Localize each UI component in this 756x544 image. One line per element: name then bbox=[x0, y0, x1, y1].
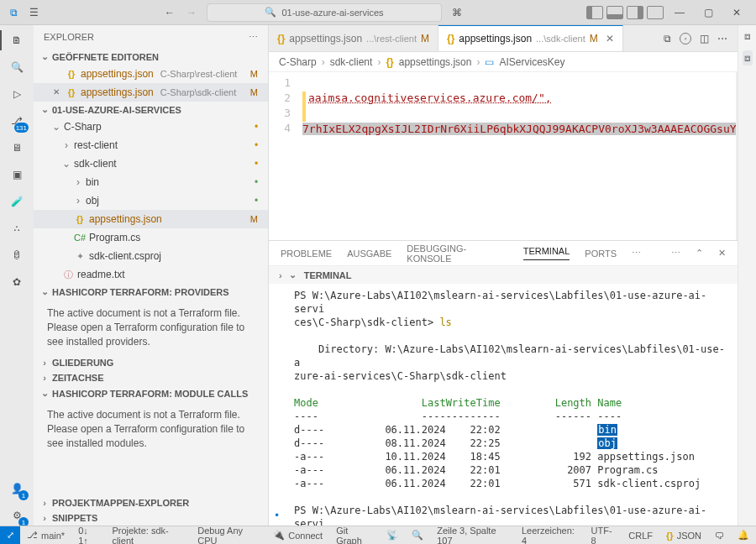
panel-close-icon[interactable]: ✕ bbox=[718, 248, 726, 259]
layout-center-icon[interactable] bbox=[647, 6, 664, 19]
activity-explorer[interactable]: 🗎 bbox=[7, 30, 27, 50]
remote-indicator[interactable]: ⤢ bbox=[0, 526, 20, 545]
status-gitgraph[interactable]: Git Graph bbox=[329, 526, 380, 545]
command-center[interactable]: 🔍 01-use-azure-ai-services bbox=[207, 3, 442, 22]
tree-file[interactable]: ⓘreadme.txt bbox=[34, 265, 268, 284]
tab-close-icon[interactable]: ✕ bbox=[606, 33, 614, 44]
compare-icon[interactable]: ⧉ bbox=[664, 33, 671, 44]
status-bell-icon[interactable]: 🔔 bbox=[731, 530, 756, 541]
activity-azure[interactable]: ✿ bbox=[7, 272, 27, 292]
activity-testing[interactable]: 🧪 bbox=[7, 191, 27, 212]
section-open-editors[interactable]: ⌄GEÖFFNETE EDITOREN bbox=[34, 49, 268, 65]
status-feedback-icon[interactable]: 🗨 bbox=[708, 531, 731, 541]
close-button[interactable]: ✕ bbox=[724, 3, 749, 22]
bottom-panel: PROBLEME AUSGABE DEBUGGING-KONSOLE TERMI… bbox=[269, 240, 738, 526]
maximize-button[interactable]: ▢ bbox=[696, 3, 721, 22]
panel-tab-output[interactable]: AUSGABE bbox=[347, 248, 391, 259]
title-bar: ⧉ ☰ ← → 🔍 01-use-azure-ai-services ⌘ — ▢… bbox=[0, 0, 756, 25]
status-connect[interactable]: 🔌 Connect bbox=[266, 530, 329, 541]
account-badge: 1 bbox=[18, 490, 29, 500]
status-encoding[interactable]: UTF-8 bbox=[585, 526, 622, 545]
panel-maximize-icon[interactable]: ⌃ bbox=[696, 248, 703, 259]
json-icon: {} bbox=[386, 56, 393, 68]
tree-folder[interactable]: ⌄C-Sharp bbox=[34, 118, 268, 136]
status-live[interactable]: 📡 bbox=[380, 530, 405, 541]
terminal-profile-icon[interactable]: ⧈ bbox=[743, 50, 753, 65]
terminal-group-header[interactable]: ›⌄TERMINAL bbox=[269, 266, 738, 284]
key-icon: ▭ bbox=[485, 56, 494, 68]
status-zoom[interactable]: 🔍 bbox=[405, 530, 430, 541]
activity-account[interactable]: 👤1 bbox=[7, 479, 27, 499]
activity-extensions[interactable]: ▣ bbox=[7, 165, 27, 185]
menu-icon[interactable]: ☰ bbox=[27, 6, 40, 19]
tree-folder[interactable]: ›bin bbox=[34, 173, 268, 191]
tree-file[interactable]: ✦sdk-client.csproj bbox=[34, 247, 268, 265]
tree-folder[interactable]: ›obj bbox=[34, 191, 268, 210]
nav-fwd-icon[interactable]: → bbox=[185, 6, 198, 19]
settings-badge: 1 bbox=[18, 517, 29, 526]
status-indent[interactable]: Leerzeichen: 4 bbox=[515, 526, 585, 545]
tab-appsettings-rest[interactable]: {}appsettings.json...\rest-clientM bbox=[269, 25, 438, 51]
tab-more-icon[interactable]: ⋯ bbox=[717, 33, 727, 44]
activity-terraform[interactable]: ⛬ bbox=[7, 218, 27, 238]
panel-tab-ports[interactable]: PORTS bbox=[585, 248, 617, 259]
activity-scm[interactable]: ⎇131 bbox=[7, 111, 27, 131]
terminal-profile-icon[interactable]: ⧈ bbox=[744, 30, 751, 42]
section-tf-modules[interactable]: ⌄HASHICORP TERRAFORM: MODULE CALLS bbox=[34, 385, 268, 401]
layout-bottom-icon[interactable] bbox=[606, 6, 623, 19]
panel-tab-more-icon[interactable]: ⋯ bbox=[632, 248, 641, 259]
tf-providers-msg: The active document is not a Terraform f… bbox=[34, 300, 268, 355]
activity-remote[interactable]: 🖥 bbox=[7, 138, 27, 158]
status-bar: ⤢ ⎇ main* 0↓ 1↑ Projekte: sdk-client Deb… bbox=[0, 526, 756, 544]
section-gliederung[interactable]: ›GLIEDERUNG bbox=[34, 355, 268, 370]
close-icon[interactable]: ✕ bbox=[50, 86, 62, 98]
minimize-button[interactable]: — bbox=[667, 3, 692, 22]
code-editor[interactable]: 1234 aaimsa.cognitiveservices.azure.com/… bbox=[269, 72, 738, 240]
nav-back-icon[interactable]: ← bbox=[163, 6, 176, 19]
tree-file[interactable]: C#Program.cs bbox=[34, 228, 268, 247]
breadcrumbs[interactable]: C-Sharp› sdk-client› {}appsettings.json›… bbox=[269, 52, 738, 72]
tf-modules-msg: The active document is not a Terraform f… bbox=[34, 401, 268, 457]
activity-database[interactable]: 🛢 bbox=[7, 245, 27, 265]
section-workspace[interactable]: ⌄01-USE-AZURE-AI-SERVICES bbox=[34, 102, 268, 118]
preview-icon[interactable]: ◦ bbox=[680, 33, 691, 44]
sidebar: EXPLORER⋯ ⌄GEÖFFNETE EDITOREN {}appsetti… bbox=[34, 25, 269, 526]
open-editor-item[interactable]: ✕{}appsettings.jsonC-Sharp\sdk-clientM bbox=[34, 83, 268, 102]
activity-run[interactable]: ▷ bbox=[7, 84, 27, 104]
open-editor-item[interactable]: {}appsettings.jsonC-Sharp\rest-clientM bbox=[34, 65, 268, 83]
layout-right-icon[interactable] bbox=[627, 6, 643, 19]
status-branch[interactable]: ⎇ main* bbox=[20, 530, 71, 541]
panel-tab-terminal[interactable]: TERMINAL bbox=[523, 246, 570, 260]
editor-tabs: {}appsettings.json...\rest-clientM {}app… bbox=[269, 25, 738, 52]
sidebar-more-icon[interactable]: ⋯ bbox=[249, 32, 258, 43]
sidebar-title: EXPLORER⋯ bbox=[34, 25, 268, 49]
activity-settings[interactable]: ⚙1 bbox=[7, 505, 27, 526]
layout-left-icon[interactable] bbox=[586, 6, 603, 19]
panel-tab-debug[interactable]: DEBUGGING-KONSOLE bbox=[407, 243, 507, 264]
section-proj-explorer[interactable]: ›PROJEKTMAPPEN-EXPLORER bbox=[34, 495, 268, 510]
split-icon[interactable]: ◫ bbox=[700, 33, 709, 44]
status-sync[interactable]: 0↓ 1↑ bbox=[71, 526, 105, 545]
status-eol[interactable]: CRLF bbox=[622, 531, 659, 541]
status-debug[interactable]: Debug Any CPU bbox=[191, 526, 266, 545]
panel-tab-problems[interactable]: PROBLEME bbox=[281, 248, 332, 259]
activity-search[interactable]: 🔍 bbox=[7, 57, 27, 77]
status-projects[interactable]: Projekte: sdk-client bbox=[105, 526, 191, 545]
search-icon: 🔍 bbox=[265, 7, 276, 18]
tree-folder[interactable]: ⌄sdk-client bbox=[34, 154, 268, 173]
status-position[interactable]: Zeile 3, Spalte 107 bbox=[430, 526, 515, 545]
tree-folder[interactable]: ›rest-client bbox=[34, 136, 268, 154]
gutter: 1234 bbox=[269, 72, 297, 240]
copilot-icon[interactable]: ⌘ bbox=[450, 6, 464, 19]
activity-bar: 🗎 🔍 ▷ ⎇131 🖥 ▣ 🧪 ⛬ 🛢 ✿ 👤1 ⚙1 bbox=[0, 25, 34, 526]
search-text: 01-use-azure-ai-services bbox=[281, 8, 383, 18]
section-snippets[interactable]: ›SNIPPETS bbox=[34, 510, 268, 526]
tab-appsettings-sdk[interactable]: {}appsettings.json...\sdk-clientM✕ bbox=[438, 25, 623, 51]
panel-more-icon[interactable]: ⋯ bbox=[671, 248, 680, 259]
editor-area: {}appsettings.json...\rest-clientM {}app… bbox=[269, 25, 738, 526]
section-tf-providers[interactable]: ⌄HASHICORP TERRAFORM: PROVIDERS bbox=[34, 284, 268, 300]
status-language[interactable]: {} JSON bbox=[659, 531, 708, 541]
terminal[interactable]: PS W:\Azure-Labs\AI102\mslearn-ai-servic… bbox=[269, 284, 738, 526]
tree-file[interactable]: {}appsettings.jsonM bbox=[34, 210, 268, 228]
section-zeitachse[interactable]: ›ZEITACHSE bbox=[34, 370, 268, 385]
